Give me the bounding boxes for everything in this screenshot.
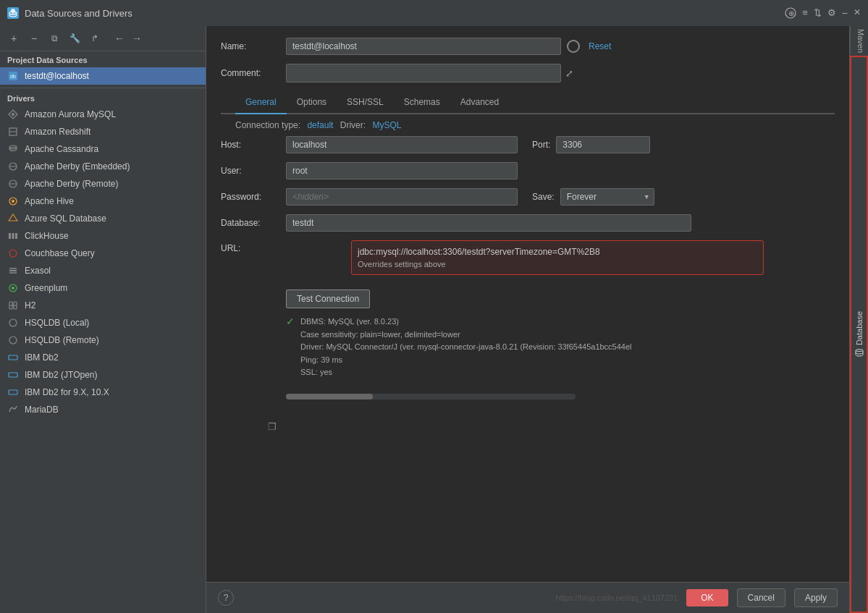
url-text: jdbc:mysql://localhost:3306/testdt?serve…: [358, 247, 757, 257]
driver-label: IBM Db2: [25, 352, 59, 363]
test-connection-button[interactable]: Test Connection: [286, 289, 370, 308]
svg-rect-35: [9, 390, 17, 394]
driver-hsqldb-remote[interactable]: HSQLDB (Remote): [0, 331, 206, 349]
close-icon[interactable]: ✕: [854, 7, 861, 19]
svg-point-27: [12, 287, 14, 289]
port-label: Port:: [532, 140, 550, 150]
bottom-bar: ? https://blog.csdn.net/qq_41107231 OK C…: [206, 582, 849, 613]
driver-apache-derby-rem[interactable]: Apache Derby (Remote): [0, 175, 206, 193]
mariadb-icon: [7, 404, 19, 415]
reset-button[interactable]: Reset: [589, 41, 611, 51]
conn-status-text: DBMS: MySQL (ver. 8.0.23) Case sensitivi…: [300, 316, 632, 379]
svg-point-22: [9, 250, 17, 257]
copy-info-icon[interactable]: ❐: [268, 421, 277, 432]
sidebar-item-label: testdt@localhost: [25, 71, 89, 81]
sidebar: + − ⧉ 🔧 ↱ ← → Project Data Sources db te…: [0, 26, 206, 613]
driver-label: Apache Cassandra: [25, 144, 98, 154]
remove-button[interactable]: −: [26, 30, 42, 46]
couchbase-icon: [7, 248, 19, 259]
apache-derby-rem-icon: [7, 178, 19, 190]
connection-type-label: Connection type:: [235, 120, 300, 130]
check-icon: ✓: [286, 316, 295, 327]
apply-button[interactable]: Apply: [794, 588, 838, 607]
driver-hsqldb-local[interactable]: HSQLDB (Local): [0, 314, 206, 331]
driver-label: IBM Db2 for 9.X, 10.X: [25, 387, 109, 397]
tab-options[interactable]: Options: [287, 91, 337, 114]
user-input[interactable]: [286, 162, 518, 179]
hsqldb-remote-icon: [7, 334, 19, 346]
conn-ssl: SSL: yes: [300, 366, 632, 379]
expand-icon[interactable]: ⊕: [785, 7, 796, 19]
driver-clickhouse[interactable]: ClickHouse: [0, 227, 206, 245]
azure-sql-icon: [7, 213, 19, 224]
mysql-icon: db: [7, 70, 19, 82]
driver-label: Amazon Redshift: [25, 127, 90, 137]
expand-comment-icon[interactable]: ⤢: [565, 68, 573, 79]
driver-label: Greenplum: [25, 283, 67, 293]
driver-value[interactable]: MySQL: [372, 120, 401, 130]
host-input[interactable]: [286, 136, 518, 153]
driver-apache-hive[interactable]: Apache Hive: [0, 193, 206, 210]
driver-apache-derby-emb[interactable]: Apache Derby (Embedded): [0, 158, 206, 175]
driver-label-text: Driver:: [340, 120, 366, 130]
driver-amazon-redshift[interactable]: Amazon Redshift: [0, 123, 206, 140]
driver-amazon-aurora[interactable]: Amazon Aurora MySQL: [0, 106, 206, 123]
tab-general[interactable]: General: [235, 91, 287, 114]
maven-panel[interactable]: Maven: [850, 26, 868, 56]
driver-label: Azure SQL Database: [25, 214, 106, 224]
help-button[interactable]: ?: [218, 590, 234, 606]
save-select[interactable]: Forever Never Until restart: [560, 188, 654, 206]
cancel-button[interactable]: Cancel: [737, 588, 785, 607]
ibm-db2-jtopen-icon: [7, 369, 19, 381]
driver-ibm-db2-9x[interactable]: IBM Db2 for 9.X, 10.X: [0, 384, 206, 401]
add-button[interactable]: +: [6, 30, 22, 46]
copy-button[interactable]: ⧉: [46, 30, 62, 46]
sidebar-item-testdt[interactable]: db testdt@localhost: [0, 67, 206, 85]
svg-rect-20: [12, 233, 14, 239]
ok-button[interactable]: OK: [686, 589, 728, 606]
driver-ibm-db2-jtopen[interactable]: IBM Db2 (JTOpen): [0, 366, 206, 384]
driver-label: MariaDB: [25, 405, 59, 415]
forward-button[interactable]: →: [129, 30, 145, 46]
filter-icon[interactable]: ⇅: [814, 7, 822, 19]
gear-icon[interactable]: ⚙: [827, 7, 836, 19]
bottom-right: https://blog.csdn.net/qq_41107231 OK Can…: [555, 588, 838, 607]
tab-schemas[interactable]: Schemas: [394, 91, 450, 114]
hsqldb-local-icon: [7, 317, 19, 329]
driver-h2[interactable]: H2: [0, 297, 206, 314]
save-row: Save: Forever Never Until restart: [532, 188, 654, 206]
connection-type-value[interactable]: default: [307, 120, 333, 130]
jump-button[interactable]: ↱: [87, 30, 103, 46]
h2-icon: [7, 300, 19, 311]
driver-azure-sql[interactable]: Azure SQL Database: [0, 210, 206, 227]
edit-button[interactable]: 🔧: [67, 30, 83, 46]
port-input[interactable]: [556, 136, 650, 153]
driver-ibm-db2[interactable]: IBM Db2: [0, 349, 206, 366]
driver-greenplum[interactable]: Greenplum: [0, 279, 206, 297]
driver-exasol[interactable]: Exasol: [0, 262, 206, 279]
password-input[interactable]: [286, 188, 518, 206]
driver-label: ClickHouse: [25, 231, 69, 241]
status-indicator: [567, 40, 580, 53]
driver-apache-cassandra[interactable]: Apache Cassandra: [0, 140, 206, 158]
list-icon[interactable]: ≡: [802, 7, 808, 19]
tab-advanced[interactable]: Advanced: [450, 91, 509, 114]
svg-rect-33: [9, 355, 17, 360]
database-panel[interactable]: Database: [850, 56, 868, 613]
database-input[interactable]: [286, 214, 691, 232]
tab-ssh-ssl[interactable]: SSH/SSL: [337, 91, 394, 114]
comment-row: Comment: ⤢: [221, 64, 835, 83]
title-bar-left: Data Sources and Drivers: [7, 7, 132, 19]
nav-buttons: ← →: [111, 30, 145, 46]
ibm-db2-icon: [7, 352, 19, 363]
port-section: Port:: [532, 136, 650, 153]
driver-mariadb[interactable]: MariaDB: [0, 401, 206, 418]
driver-couchbase[interactable]: Couchbase Query: [0, 245, 206, 262]
name-input[interactable]: [286, 38, 561, 55]
scrollbar-thumb[interactable]: [286, 394, 373, 399]
minimize-icon[interactable]: −: [842, 7, 848, 19]
horizontal-scrollbar[interactable]: [286, 394, 576, 399]
comment-input[interactable]: [286, 64, 561, 83]
back-button[interactable]: ←: [111, 30, 127, 46]
svg-rect-19: [9, 233, 11, 239]
